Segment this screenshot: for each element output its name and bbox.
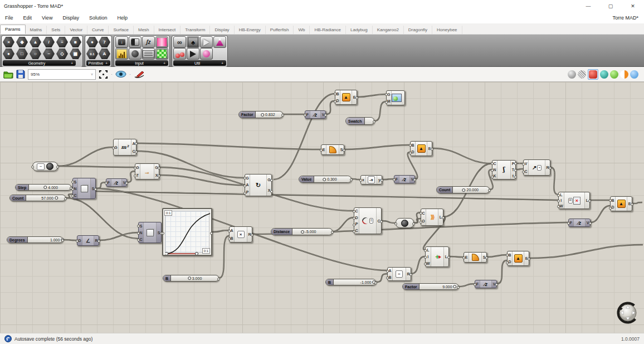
- input-port[interactable]: [31, 166, 34, 168]
- component-body[interactable]: −: [392, 268, 406, 280]
- slider-grip-value[interactable]: -5.000: [301, 229, 316, 235]
- slider-b-neg1[interactable]: B-1.000: [325, 279, 376, 285]
- output-port[interactable]: [97, 240, 100, 243]
- custom-preview[interactable]: GM: [386, 90, 405, 105]
- input-port[interactable]: [424, 256, 427, 259]
- slider-grip[interactable]: [301, 230, 304, 234]
- slider-grip-value[interactable]: 57.000: [41, 195, 57, 201]
- tab-sets[interactable]: Sets: [47, 26, 65, 34]
- input-port[interactable]: [462, 256, 465, 259]
- sketch-pencil-icon[interactable]: [134, 70, 145, 79]
- input-port[interactable]: [394, 222, 397, 225]
- graph-mapper[interactable]: 0:10:1: [162, 208, 212, 256]
- component-body[interactable]: ▲: [615, 197, 627, 211]
- slider-value[interactable]: Value0.300: [299, 176, 352, 183]
- data-dam-black-icon[interactable]: [187, 48, 199, 60]
- output-port[interactable]: [413, 178, 416, 181]
- zoom-extents-icon[interactable]: [99, 70, 108, 79]
- input-port[interactable]: [409, 152, 412, 154]
- output-port[interactable]: [270, 190, 273, 193]
- component-body[interactable]: [391, 91, 402, 105]
- output-port[interactable]: [355, 96, 358, 99]
- output-port[interactable]: [251, 234, 253, 236]
- slider-factor-upper[interactable]: Factor0.832: [238, 111, 283, 118]
- inline-button[interactable]: ≡: [369, 218, 374, 224]
- gradient-icon[interactable]: [155, 36, 168, 48]
- offset-curve[interactable]: CDPC≡C: [354, 207, 382, 234]
- surface-icon[interactable]: ■: [70, 37, 81, 47]
- input-port[interactable]: [491, 169, 494, 172]
- output-port[interactable]: [495, 283, 498, 286]
- slider-track[interactable]: 1.000: [28, 237, 62, 243]
- slider-grip-value[interactable]: 0.832: [261, 112, 275, 118]
- inline-button[interactable]: R: [568, 198, 573, 204]
- zoom-level-select[interactable]: 95%˅: [28, 69, 96, 80]
- green-preview-icon[interactable]: [610, 70, 618, 79]
- input-port[interactable]: [609, 207, 612, 210]
- extrude-b[interactable]: BD▲E: [410, 141, 432, 156]
- subtraction[interactable]: AB−R: [387, 267, 411, 281]
- move[interactable]: GT→GX: [135, 163, 159, 180]
- menu-edit[interactable]: Edit: [18, 15, 37, 21]
- vector-rotate[interactable]: VC↗+R: [523, 159, 550, 176]
- input-port[interactable]: [334, 100, 336, 103]
- input-port[interactable]: [353, 224, 355, 226]
- tab-maths[interactable]: Maths: [26, 26, 47, 34]
- ellipse-icon[interactable]: ◆: [16, 37, 28, 47]
- box-icon[interactable]: ▲: [30, 37, 41, 47]
- input-port[interactable]: [304, 114, 306, 117]
- ribbon-group-label-input[interactable]: Input+: [115, 60, 168, 66]
- canvas-compass-widget[interactable]: [615, 301, 640, 325]
- swatch[interactable]: Swatch: [345, 117, 374, 125]
- save-file-icon[interactable]: [16, 70, 25, 79]
- output-port[interactable]: [270, 179, 273, 182]
- unit-z-d[interactable]: F⁄zV: [568, 219, 591, 227]
- component-body[interactable]: [143, 222, 157, 243]
- output-port[interactable]: [514, 176, 517, 178]
- dropdown-dot[interactable]: ·: [111, 71, 113, 77]
- series-a[interactable]: SNCS: [72, 178, 96, 199]
- output-port[interactable]: [343, 149, 345, 152]
- slider-grip-value[interactable]: 9.000: [442, 284, 457, 289]
- close-button[interactable]: ✕: [622, 0, 644, 12]
- pill-body[interactable]: ~: [33, 162, 57, 171]
- slider-grip[interactable]: [323, 178, 326, 181]
- slider-track[interactable]: 9.000: [419, 284, 458, 289]
- slider-step[interactable]: Step4.000: [15, 184, 71, 191]
- output-port[interactable]: [431, 148, 433, 151]
- component-body[interactable]: ▲: [415, 142, 427, 156]
- input-port[interactable]: [393, 178, 396, 181]
- input-port[interactable]: [137, 232, 140, 235]
- input-port[interactable]: [386, 270, 389, 273]
- circle-icon[interactable]: ●: [3, 49, 14, 59]
- graph-plot-area[interactable]: [165, 211, 209, 253]
- component-body[interactable]: [469, 253, 482, 262]
- output-port[interactable]: [380, 179, 383, 182]
- output-port[interactable]: [373, 120, 375, 123]
- definition-canvas[interactable]: Factor0.832F⁄zVBD▲EGMSwatch~Gm²ACGT→GXSN…: [0, 82, 644, 333]
- output-port[interactable]: [94, 188, 97, 191]
- point-icon[interactable]: ×: [3, 37, 14, 47]
- component-body[interactable]: →: [140, 164, 154, 179]
- extrude-d[interactable]: BD▲E: [507, 251, 529, 266]
- output-port[interactable]: [447, 256, 450, 259]
- text-A-icon[interactable]: A: [99, 49, 110, 59]
- slider-grip[interactable]: [261, 113, 264, 117]
- divide-curve[interactable]: CNKʃPTt: [492, 160, 516, 180]
- tab-curve[interactable]: Curve: [87, 26, 109, 34]
- geometry-pill[interactable]: [396, 218, 414, 228]
- slider-track[interactable]: 57.000: [26, 195, 65, 201]
- tab-mesh[interactable]: Mesh: [134, 26, 154, 34]
- slider-count-20[interactable]: Count20.000: [436, 186, 490, 193]
- slider-b-3[interactable]: B3.000: [163, 275, 219, 282]
- blue-preview-icon[interactable]: [630, 70, 638, 79]
- wireframe-icon[interactable]: [578, 70, 586, 79]
- menu-file[interactable]: File: [0, 15, 18, 21]
- line-icon[interactable]: /: [43, 37, 55, 47]
- input-port[interactable]: [162, 232, 164, 235]
- output-port[interactable]: [380, 220, 383, 223]
- input-port[interactable]: [105, 182, 108, 185]
- rotate[interactable]: GAP↻GX: [245, 174, 272, 196]
- input-port[interactable]: [137, 225, 140, 227]
- input-port[interactable]: [228, 230, 231, 232]
